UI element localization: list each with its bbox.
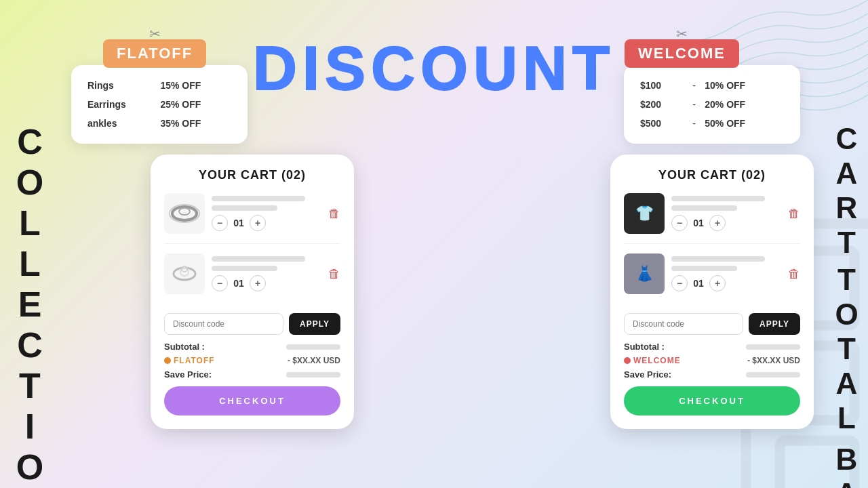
discount-500: 50% OFF	[702, 114, 787, 133]
side-text-left: COLLECTION BASED	[12, 122, 47, 488]
checkout-button-right[interactable]: CHECKOUT	[624, 386, 800, 415]
qty-controls-2: − 01 +	[212, 275, 321, 291]
qty-increase-2[interactable]: +	[250, 275, 266, 291]
cart-item-right-1: 👕 − 01 + 🗑	[624, 193, 800, 244]
qty-controls-right-2: − 01 +	[671, 275, 781, 291]
subtotal-row-left: Subtotal :	[164, 342, 340, 352]
amount-100: $100	[637, 76, 686, 95]
category-earrings: Earrings	[85, 95, 157, 114]
save-row-left: Save Price:	[164, 369, 340, 380]
amount-200: $200	[637, 95, 686, 114]
qty-decrease-1[interactable]: −	[212, 215, 228, 231]
subtotal-label-right: Subtotal :	[624, 342, 665, 352]
qty-controls-1: − 01 +	[212, 215, 321, 231]
save-label-right: Save Price:	[624, 369, 671, 380]
item-right-2-image: 👗	[624, 253, 665, 294]
discount-row-right: APPLY	[624, 313, 800, 335]
flatoff-label: FLATOFF	[103, 39, 206, 68]
discount-ankles: 35% OFF	[157, 114, 234, 133]
sep-3: -	[686, 114, 702, 133]
amount-500: $500	[637, 114, 686, 133]
sep-1: -	[686, 76, 702, 95]
svg-point-10	[174, 268, 195, 280]
side-right-word1: CART	[831, 122, 861, 260]
discount-earrings: 25% OFF	[157, 95, 234, 114]
table-row: Earrings 25% OFF	[85, 95, 234, 114]
coupon-dot-left	[164, 357, 171, 364]
side-right-word2: TOTAL	[831, 263, 861, 436]
cart-item-1: − 01 + 🗑	[164, 193, 340, 244]
qty-value-right-1: 01	[692, 218, 705, 228]
welcome-label: WELCOME	[625, 39, 739, 68]
apply-button-left[interactable]: APPLY	[289, 313, 340, 335]
save-label-left: Save Price:	[164, 369, 212, 380]
item-right-1-price-bar	[671, 205, 737, 211]
item-right-2-details: − 01 +	[671, 256, 781, 291]
save-bar-right	[746, 372, 800, 378]
item-2-details: − 01 +	[212, 256, 321, 291]
left-cart-title: YOUR CART (02)	[164, 168, 340, 182]
item-2-price-bar	[212, 266, 277, 271]
svg-point-9	[179, 208, 190, 215]
item-1-details: − 01 +	[212, 196, 321, 231]
subtotal-section-left: Subtotal : FLATOFF - $XX.XX USD Save Pri…	[164, 342, 340, 380]
item-right-1-image: 👕	[624, 193, 665, 234]
save-bar-left	[286, 372, 340, 378]
qty-value-1: 01	[232, 218, 245, 228]
qty-increase-right-1[interactable]: +	[709, 215, 726, 231]
discount-input-right[interactable]	[624, 313, 743, 335]
right-cart-title: YOUR CART (02)	[624, 168, 800, 182]
subtotal-bar-right	[746, 344, 800, 350]
left-cart-card: YOUR CART (02) − 01 + 🗑	[151, 155, 354, 429]
subtotal-section-right: Subtotal : WELCOME - $XX.XX USD Save Pri…	[624, 342, 800, 380]
item-1-price-bar	[212, 205, 277, 211]
item-right-2-name-bar	[671, 256, 765, 262]
delete-item-right-2[interactable]: 🗑	[788, 267, 800, 281]
discount-rings: 15% OFF	[157, 76, 234, 95]
subtotal-row-right: Subtotal :	[624, 342, 800, 352]
side-right-word3: BASED	[831, 443, 861, 488]
item-right-1-name-bar	[671, 196, 765, 201]
delete-item-1[interactable]: 🗑	[328, 207, 340, 221]
right-cart-card: YOUR CART (02) 👕 − 01 + 🗑 👗 − 01	[610, 155, 814, 429]
sep-2: -	[686, 95, 702, 114]
delete-item-2[interactable]: 🗑	[328, 267, 340, 281]
page-title: DISCOUNT	[253, 34, 615, 104]
discount-amount-left: - $XX.XX USD	[288, 356, 340, 365]
flatoff-coupon-badge: ✂ FLATOFF	[103, 26, 206, 68]
item-2-image	[164, 253, 205, 294]
discount-row-left: APPLY	[164, 313, 340, 335]
side-text-right: CART TOTAL BASED	[831, 122, 861, 488]
cart-item-right-2: 👗 − 01 + 🗑	[624, 253, 800, 304]
apply-button-right[interactable]: APPLY	[749, 313, 800, 335]
table-row: ankles 35% OFF	[85, 114, 234, 133]
cart-item-2: − 01 + 🗑	[164, 253, 340, 304]
welcome-info-card: $100 - 10% OFF $200 - 20% OFF $500 - 50%…	[624, 65, 800, 144]
coupon-name-left: FLATOFF	[164, 356, 215, 365]
category-ankles: ankles	[85, 114, 157, 133]
item-1-image	[164, 193, 205, 234]
coupon-row-left: FLATOFF - $XX.XX USD	[164, 356, 340, 365]
qty-decrease-2[interactable]: −	[212, 275, 228, 291]
table-row: $100 - 10% OFF	[637, 76, 787, 95]
item-right-1-details: − 01 +	[671, 196, 781, 231]
delete-item-right-1[interactable]: 🗑	[788, 207, 800, 221]
item-2-name-bar	[212, 256, 305, 262]
table-row: $500 - 50% OFF	[637, 114, 787, 133]
discount-input-left[interactable]	[164, 313, 283, 335]
coupon-name-right: WELCOME	[624, 356, 681, 365]
flatoff-info-card: Rings 15% OFF Earrings 25% OFF ankles 35…	[71, 65, 248, 144]
qty-increase-1[interactable]: +	[250, 215, 266, 231]
discount-100: 10% OFF	[702, 76, 787, 95]
checkout-button-left[interactable]: CHECKOUT	[164, 386, 340, 415]
discount-amount-right: - $XX.XX USD	[747, 356, 800, 365]
side-left-word1: COLLECTION	[12, 122, 47, 488]
qty-increase-right-2[interactable]: +	[709, 275, 726, 291]
qty-decrease-right-1[interactable]: −	[671, 215, 688, 231]
coupon-row-right: WELCOME - $XX.XX USD	[624, 356, 800, 365]
qty-controls-right-1: − 01 +	[671, 215, 781, 231]
category-rings: Rings	[85, 76, 157, 95]
qty-decrease-right-2[interactable]: −	[671, 275, 688, 291]
item-1-name-bar	[212, 196, 305, 201]
discount-200: 20% OFF	[702, 95, 787, 114]
